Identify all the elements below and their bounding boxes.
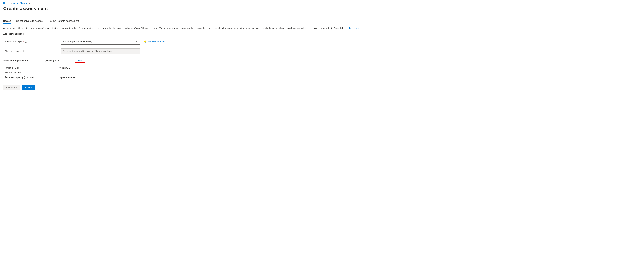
info-icon[interactable]: i [23, 50, 26, 52]
discovery-source-select: Servers discovered from Azure Migrate ap… [61, 48, 140, 54]
tab-select-servers[interactable]: Select servers to assess [16, 19, 43, 24]
help-me-choose: 💡 Help me choose [140, 40, 164, 43]
field-discovery-source: Discovery source i Servers discovered fr… [3, 48, 641, 54]
tab-review-create[interactable]: Review + create assessment [48, 19, 79, 24]
page-title: Create assessment [3, 6, 48, 11]
chevron-right-icon: › [11, 2, 12, 4]
footer: < Previous Next > [3, 85, 641, 90]
chevron-right-icon: › [29, 2, 30, 4]
property-key: Reserved capacity (compute) [3, 76, 59, 79]
property-key: Isolation required [3, 71, 59, 74]
discovery-source-value: Servers discovered from Azure Migrate ap… [63, 50, 113, 52]
title-row: Create assessment ··· [3, 6, 641, 11]
tab-basics[interactable]: Basics [3, 19, 11, 24]
property-row: Isolation required No [3, 71, 641, 74]
property-value: No [59, 71, 62, 74]
intro-text: An assessment is created on a group of s… [3, 27, 641, 30]
breadcrumb-azure-migrate[interactable]: Azure Migrate [13, 2, 28, 4]
properties-list: Target location West US 2 Isolation requ… [3, 66, 641, 79]
property-row: Reserved capacity (compute) 3 years rese… [3, 76, 641, 79]
discovery-source-label: Discovery source i [3, 50, 61, 52]
next-button[interactable]: Next > [22, 85, 35, 90]
chevron-down-icon: ∨ [136, 40, 138, 43]
property-row: Target location West US 2 [3, 66, 641, 69]
edit-link[interactable]: Edit [78, 59, 82, 62]
property-value: West US 2 [59, 66, 70, 69]
field-assessment-type: Assessment type * i Azure App Service (P… [3, 39, 641, 44]
section-assessment-details: Assessment details [3, 32, 641, 35]
lightbulb-icon: 💡 [144, 40, 146, 43]
property-value: 3 years reserved [59, 76, 76, 79]
properties-showing-count: (Showing 3 of 7) [45, 59, 75, 62]
divider [0, 81, 644, 81]
assessment-properties-header: Assessment properties (Showing 3 of 7) E… [3, 58, 641, 63]
learn-more-link[interactable]: Learn more. [349, 27, 362, 29]
assessment-type-select[interactable]: Azure App Service (Preview) ∨ [61, 39, 140, 44]
previous-button[interactable]: < Previous [3, 85, 20, 90]
page-root: Home › Azure Migrate › Create assessment… [0, 0, 644, 93]
section-assessment-properties: Assessment properties [3, 59, 45, 62]
assessment-type-label-text: Assessment type [4, 40, 22, 43]
more-actions-icon[interactable]: ··· [52, 6, 56, 11]
info-icon[interactable]: i [25, 40, 27, 43]
breadcrumb: Home › Azure Migrate › [3, 1, 641, 5]
discovery-source-label-text: Discovery source [4, 50, 22, 52]
chevron-down-icon: ∨ [136, 50, 138, 52]
tabs: Basics Select servers to assess Review +… [3, 19, 641, 24]
assessment-type-value: Azure App Service (Preview) [63, 40, 92, 43]
intro-body: An assessment is created on a group of s… [3, 27, 349, 29]
assessment-type-label: Assessment type * i [3, 40, 61, 43]
breadcrumb-home[interactable]: Home [3, 2, 9, 4]
help-me-choose-link[interactable]: Help me choose [148, 40, 164, 43]
edit-highlight-box: Edit [75, 58, 85, 63]
required-asterisk: * [23, 40, 24, 43]
property-key: Target location [3, 66, 59, 69]
